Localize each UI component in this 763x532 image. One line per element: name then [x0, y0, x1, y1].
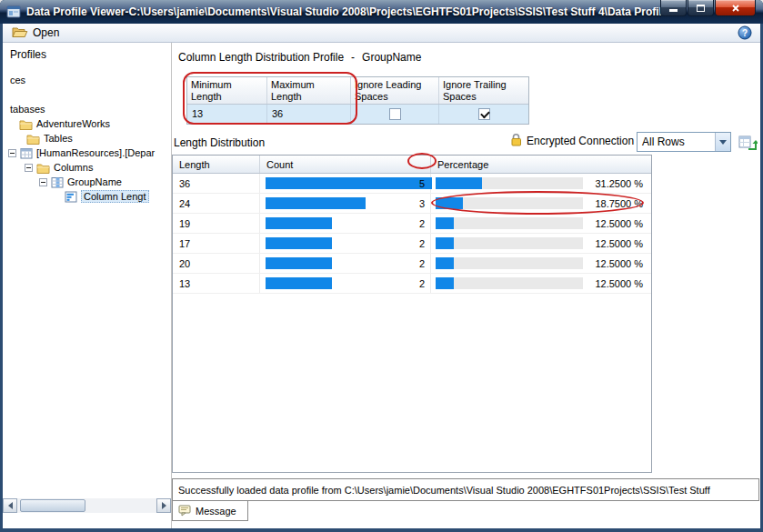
tree-item-groupname[interactable]: GroupName: [3, 175, 171, 189]
maximize-icon: [697, 5, 705, 12]
open-button[interactable]: Open: [5, 25, 66, 42]
svg-text:?: ?: [742, 28, 748, 38]
scrollbar-track[interactable]: [17, 498, 156, 513]
tree-item-columns[interactable]: Columns: [3, 160, 171, 175]
maximize-button[interactable]: [688, 0, 714, 16]
scroll-right-button[interactable]: [156, 498, 171, 513]
ignore-trailing-checkbox[interactable]: [478, 108, 490, 120]
chevron-down-icon: [719, 140, 727, 145]
percentage-value: 12.5000 %: [595, 218, 643, 229]
tree-item-label: GroupName: [67, 176, 122, 187]
scroll-left-icon: [8, 502, 13, 509]
length-value: 17: [173, 234, 260, 253]
minimize-button[interactable]: [660, 0, 687, 16]
toolbar: Open ?: [3, 24, 760, 43]
percentage-value: 12.5000 %: [595, 238, 643, 249]
close-button[interactable]: [715, 0, 756, 16]
tree-item-tables[interactable]: Tables: [3, 131, 171, 146]
maximum-length-value: 36: [267, 105, 351, 124]
open-folder-icon: [12, 25, 28, 41]
encrypted-connection-indicator: Encrypted Connection: [510, 133, 634, 149]
col-header-length[interactable]: Length: [173, 156, 260, 173]
collapse-minus-icon[interactable]: [25, 164, 33, 172]
profiles-panel-title: Profiles: [10, 48, 46, 61]
minimum-length-value: 13: [187, 105, 267, 124]
count-bar: [266, 257, 332, 269]
summary-table-header: Minimum Length Maximum Length Ignore Lea…: [187, 77, 528, 105]
length-row-20[interactable]: 20212.5000 %: [173, 254, 651, 274]
percentage-bar-track: [436, 217, 583, 229]
scroll-left-button[interactable]: [3, 498, 17, 513]
percentage-value: 12.5000 %: [595, 258, 643, 269]
col-header-percentage[interactable]: Percentage: [431, 156, 651, 173]
status-message: Successfully loaded data profile from C:…: [178, 485, 710, 496]
collapse-minus-icon[interactable]: [8, 149, 16, 157]
column-icon: [51, 176, 64, 188]
length-value: 36: [173, 174, 260, 193]
percentage-value: 18.7500 %: [595, 198, 643, 209]
length-value: 24: [173, 194, 260, 213]
col-header-count[interactable]: Count: [260, 156, 431, 173]
tree-item-label: ces: [10, 75, 25, 85]
title-bar[interactable]: Data Profile Viewer-C:\Users\jamie\Docum…: [0, 0, 763, 24]
help-button[interactable]: ?: [738, 25, 752, 40]
length-distribution-header: Length Count Percentage: [173, 156, 651, 174]
tree-item-label: Columns: [54, 162, 93, 173]
length-row-24[interactable]: 24318.7500 %: [173, 194, 651, 214]
percentage-cell: 18.7500 %: [431, 194, 651, 213]
tree-horizontal-scrollbar[interactable]: [3, 498, 171, 513]
length-distribution-table: Length Count Percentage 36531.2500 %2431…: [172, 155, 652, 473]
collapse-minus-icon[interactable]: [39, 178, 47, 186]
minimize-icon: [669, 9, 678, 12]
ignore-leading-checkbox[interactable]: [389, 108, 401, 120]
percentage-bar: [436, 217, 454, 229]
length-row-17[interactable]: 17212.5000 %: [173, 234, 651, 254]
tree-item-ces[interactable]: ces: [3, 73, 171, 87]
folder-icon: [36, 162, 50, 174]
tree-item-column-lengt[interactable]: Column Lengt: [3, 189, 171, 204]
percentage-cell: 12.5000 %: [431, 214, 651, 233]
length-distribution-rows: 36531.2500 %24318.7500 %19212.5000 %1721…: [173, 174, 651, 294]
count-bar: [266, 237, 332, 249]
percentage-bar-track: [436, 277, 583, 289]
profile-header: Column Length Distribution Profile-Group…: [178, 51, 421, 64]
length-row-13[interactable]: 13212.5000 %: [173, 274, 651, 294]
encrypted-connection-label: Encrypted Connection: [527, 135, 634, 147]
folder-icon: [19, 118, 33, 130]
profiles-panel: Profiles cestabasesAdventureWorksTables[…: [3, 43, 172, 528]
count-bar: [266, 197, 366, 209]
percentage-bar: [436, 177, 482, 189]
window-title: Data Profile Viewer-C:\Users\jamie\Docum…: [26, 5, 661, 18]
app-icon: [6, 5, 21, 19]
rows-filter-dropdown[interactable]: All Rows: [637, 132, 731, 152]
length-value: 19: [173, 214, 260, 233]
drill-down-button[interactable]: [737, 131, 759, 153]
folder-icon: [26, 133, 40, 145]
table-icon: [20, 147, 33, 159]
scrollbar-thumb[interactable]: [20, 499, 85, 512]
percentage-value: 12.5000 %: [595, 278, 643, 289]
dropdown-arrow-button[interactable]: [715, 133, 730, 151]
length-row-19[interactable]: 19212.5000 %: [173, 214, 651, 234]
tree-item-tabases[interactable]: tabases: [3, 102, 171, 116]
count-bar: [266, 217, 332, 229]
tree-item-blank[interactable]: [3, 87, 171, 102]
length-row-36[interactable]: 36531.2500 %: [173, 174, 651, 194]
message-tab-label: Message: [196, 506, 236, 517]
percentage-bar: [436, 257, 454, 269]
count-value: 2: [419, 238, 425, 249]
count-value: 2: [419, 258, 425, 269]
count-cell: 2: [260, 254, 431, 273]
profile-title: Column Length Distribution Profile: [178, 51, 344, 64]
percentage-bar: [436, 237, 454, 249]
tree-item-label: tabases: [10, 104, 45, 115]
count-cell: 5: [260, 174, 431, 193]
count-cell: 2: [260, 234, 431, 253]
tree-item-adventureworks[interactable]: AdventureWorks: [3, 116, 171, 131]
col-header-minimum-length: Minimum Length: [187, 77, 267, 104]
length-value: 13: [173, 274, 260, 293]
count-cell: 2: [260, 214, 431, 233]
tree-item-humanresources-depar[interactable]: [HumanResources].[Depar: [3, 146, 171, 160]
col-header-ignore-leading-spaces: Ignore Leading Spaces: [351, 77, 439, 104]
message-tab[interactable]: Message: [172, 501, 248, 521]
